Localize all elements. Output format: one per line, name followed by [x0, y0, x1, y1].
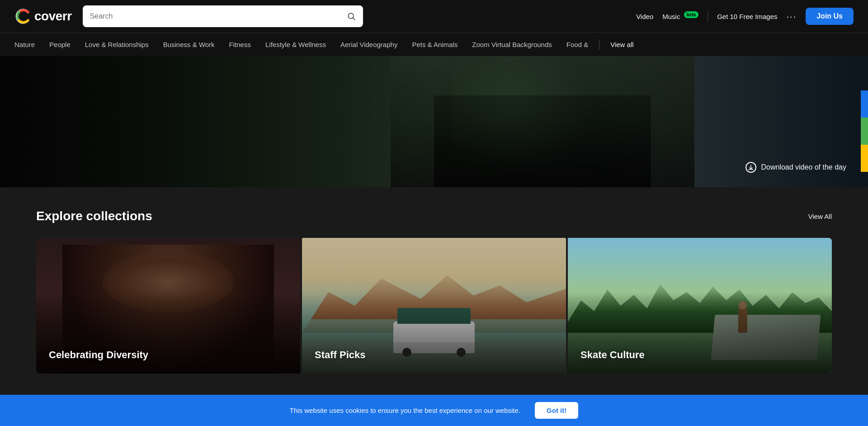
category-nav: Nature People Love & Relationships Busin…	[0, 33, 868, 56]
nav-music[interactable]: Music beta	[662, 12, 698, 20]
cat-divider	[599, 39, 599, 50]
explore-header: Explore collections View All	[36, 209, 832, 223]
header-right: Video Music beta Get 10 Free Images ··· …	[636, 8, 854, 25]
side-bar-green	[861, 118, 868, 145]
nav-video[interactable]: Video	[636, 13, 653, 20]
download-icon	[745, 162, 756, 173]
header: coverr Video Music beta Get 10 Free Imag…	[0, 0, 868, 33]
collection-card-skate[interactable]: Skate Culture	[568, 238, 832, 374]
side-bar-yellow	[861, 145, 868, 172]
collections-grid: Celebrating Diversity	[36, 238, 832, 374]
explore-title: Explore collections	[36, 209, 152, 223]
search-bar	[83, 5, 363, 27]
cat-people[interactable]: People	[42, 33, 78, 57]
hero-section: Download video of the day	[0, 56, 868, 187]
collection-card-diversity[interactable]: Celebrating Diversity	[36, 238, 300, 374]
collection-label-2: Staff Picks	[315, 349, 366, 361]
svg-point-1	[348, 13, 354, 19]
cat-pets[interactable]: Pets & Animals	[405, 33, 465, 57]
cat-nature[interactable]: Nature	[14, 33, 42, 57]
logo-icon	[14, 8, 32, 25]
side-bar-blue	[861, 90, 868, 118]
collection-card-staff[interactable]: Staff Picks	[302, 238, 566, 374]
hero-overlay	[0, 56, 868, 187]
download-video-button[interactable]: Download video of the day	[745, 162, 846, 173]
cat-business[interactable]: Business & Work	[156, 33, 222, 57]
free-images-link[interactable]: Get 10 Free Images	[717, 13, 777, 20]
beta-badge: beta	[684, 11, 699, 18]
cat-view-all[interactable]: View all	[603, 33, 641, 57]
join-button[interactable]: Join Us	[806, 8, 854, 25]
search-icon	[347, 12, 356, 21]
search-input[interactable]	[90, 12, 342, 20]
nav-divider	[708, 11, 708, 22]
side-bars	[861, 90, 868, 172]
collection-label-1: Celebrating Diversity	[49, 349, 148, 361]
cat-food[interactable]: Food &	[559, 33, 595, 57]
cat-aerial[interactable]: Aerial Videography	[333, 33, 405, 57]
nav-music-wrapper: Music beta	[662, 12, 698, 20]
logo[interactable]: coverr	[14, 8, 72, 25]
svg-line-2	[353, 18, 355, 20]
cat-love[interactable]: Love & Relationships	[78, 33, 156, 57]
explore-view-all[interactable]: View All	[808, 213, 832, 220]
more-button[interactable]: ···	[787, 11, 797, 22]
logo-text: coverr	[34, 9, 72, 24]
collection-label-3: Skate Culture	[580, 349, 645, 361]
cat-fitness[interactable]: Fitness	[222, 33, 258, 57]
cat-zoom[interactable]: Zoom Virtual Backgrounds	[465, 33, 559, 57]
explore-section: Explore collections View All Celebrating…	[0, 187, 868, 374]
search-button[interactable]	[347, 12, 356, 21]
cat-lifestyle[interactable]: Lifestyle & Wellness	[258, 33, 333, 57]
